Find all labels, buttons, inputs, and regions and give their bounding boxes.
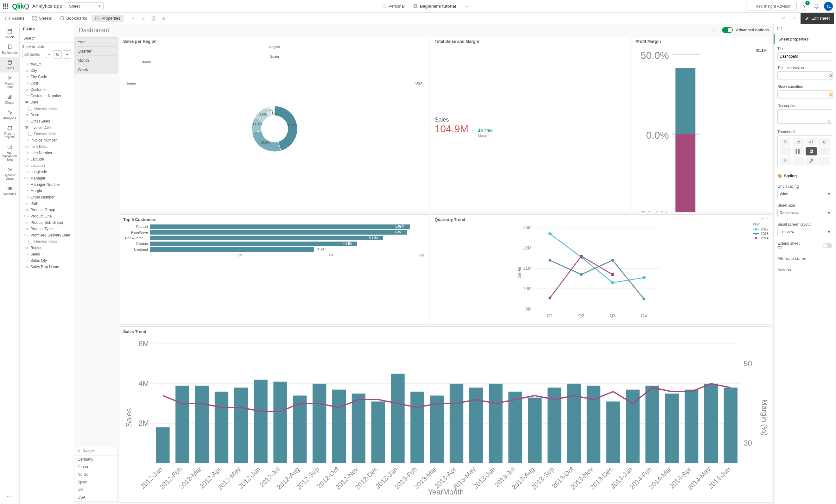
field-item[interactable]: #Sales (20, 251, 74, 257)
dim-pill[interactable]: Quarter (74, 46, 118, 56)
styling-row[interactable]: 🎨 Styling 〉 (774, 170, 836, 182)
edit-sheet-button[interactable]: Edit sheet (800, 13, 834, 24)
field-item[interactable]: AbcProduct Line (20, 213, 74, 219)
tutorial-button[interactable]: Beginner's tutorial (411, 4, 458, 9)
field-derived[interactable]: Derived fields (20, 105, 74, 112)
rail-charts[interactable]: Charts (0, 92, 19, 107)
delete-icon[interactable]: 🗑 (159, 14, 168, 23)
field-item[interactable]: AbcDesc (20, 112, 74, 118)
field-item[interactable]: AbcItem Desc (20, 143, 74, 150)
region-item[interactable]: Japan (74, 463, 117, 471)
prop-title-input[interactable] (777, 52, 832, 60)
fx-button-cond[interactable]: fx (829, 90, 833, 98)
prev-sheet-icon[interactable]: 〈 (699, 26, 707, 34)
sales-trend-card[interactable]: Sales Trend 2M4M6M30502012-Jan2012-Feb20… (120, 326, 772, 503)
rail-nav-links[interactable]: App navigation links (0, 141, 19, 164)
field-item[interactable]: #Cost (20, 80, 74, 86)
insight-search[interactable]: ✦ (746, 2, 797, 11)
field-item[interactable]: 📅Invoice Date (20, 124, 74, 131)
sheet-size-select[interactable]: Responsive▾ (777, 209, 832, 217)
field-item[interactable]: AbcCity (20, 67, 74, 74)
expand-icon[interactable]: ⤢ (761, 216, 764, 221)
rail-custom-objects[interactable]: Custom objects (0, 122, 19, 141)
props-object-icon[interactable] (774, 24, 836, 34)
field-item[interactable]: #Margin (20, 188, 74, 194)
more-menu-icon[interactable]: ⋯ (462, 3, 471, 10)
alternate-states-row[interactable]: Alternate states (774, 253, 836, 264)
dim-pill[interactable]: Year (74, 37, 118, 46)
field-item[interactable]: AbcProduct Group (20, 207, 74, 213)
advanced-toggle[interactable] (722, 27, 733, 33)
thumbnail-preview[interactable]: ⎘◔#1◐ ▌▌🖼〰 ⎘▞ (777, 136, 832, 167)
field-item[interactable]: #Order Number (20, 194, 74, 200)
help-button[interactable]: ? 3 (800, 2, 809, 11)
field-item[interactable]: 📅Date (20, 99, 74, 105)
props-tab-sheet[interactable]: Sheet properties (774, 34, 836, 44)
tables-select[interactable]: All tables▾ (22, 51, 52, 58)
rail-bookmarks[interactable]: Bookmarks (0, 41, 19, 57)
cut-icon[interactable]: ✂ (129, 14, 138, 23)
assets-tab[interactable]: Assets (2, 15, 27, 22)
field-item[interactable]: AbcRegion (20, 245, 74, 251)
field-derived[interactable]: Derived fields (20, 238, 74, 245)
next-sheet-icon[interactable]: 〉 (710, 26, 719, 34)
field-item[interactable]: #Invoice Number (20, 137, 74, 143)
field-item[interactable]: AbcProduct Sub Group (20, 219, 74, 226)
field-item[interactable]: AbcCustomer (20, 86, 74, 93)
rail-fields[interactable]: Fields (0, 57, 19, 73)
profit-margin-card[interactable]: Profit Margin 41.3% 50.0% 0.0% -50.0% (632, 36, 772, 212)
undo-icon[interactable]: ↶ (779, 14, 788, 23)
rail-master-items[interactable]: Master items (0, 73, 19, 92)
field-item[interactable]: AbcPromised Delivery Date (20, 232, 74, 238)
sheet-type-select[interactable]: Sheet (65, 2, 103, 10)
region-item[interactable]: USA (74, 493, 117, 501)
field-item[interactable]: #%KEY (20, 61, 74, 67)
personal-button[interactable]: Personal (379, 4, 407, 9)
bookmarks-tab[interactable]: Bookmarks (56, 15, 90, 22)
rail-dynamic-views[interactable]: Dynamic views (0, 164, 19, 183)
add-field-icon[interactable]: + (63, 50, 71, 59)
grid-spacing-select[interactable]: Wide▾ (777, 190, 832, 198)
paste-icon[interactable]: 📋 (149, 14, 158, 23)
field-item[interactable]: #Latitude (20, 156, 74, 162)
apps-launcher-icon[interactable] (3, 3, 9, 9)
collapse-rail-icon[interactable]: ⟵ (4, 491, 15, 501)
rail-analyses[interactable]: Analyses (0, 107, 19, 122)
rail-sheets[interactable]: Sheets (0, 26, 19, 41)
prop-desc-input[interactable] (777, 109, 832, 124)
top-customers-card[interactable]: Top 5 Customers Paracel5.69MPageWave5.63… (120, 214, 429, 325)
field-item[interactable]: #Customer Number (20, 93, 74, 99)
field-item[interactable]: AbcPath (20, 200, 74, 207)
extend-toggle[interactable] (823, 243, 832, 248)
field-item[interactable]: #Manager Number (20, 181, 74, 188)
field-item[interactable]: #Item Number (20, 150, 74, 156)
field-item[interactable]: AbcSales Rep Name (20, 264, 74, 270)
region-item[interactable]: Nordic (74, 471, 117, 478)
properties-tab[interactable]: Properties (92, 15, 124, 22)
region-item[interactable]: UK (74, 486, 117, 493)
total-sales-kpi-card[interactable]: Total Sales and Margin Sales 104.9M · 43… (431, 36, 630, 212)
field-item[interactable]: #City Code (20, 74, 74, 80)
copy-icon[interactable]: ⧉ (139, 14, 148, 23)
prop-show-cond-input[interactable] (777, 90, 829, 98)
region-item[interactable]: Germany (74, 455, 117, 463)
redo-icon[interactable]: ↷ (790, 14, 799, 23)
prop-title-expr-input[interactable] (777, 71, 829, 79)
refresh-fields-icon[interactable]: ↻ (54, 50, 62, 59)
region-item[interactable]: Spain (74, 478, 117, 486)
field-item[interactable]: #GrossSales (20, 118, 74, 124)
fields-search[interactable] (20, 34, 74, 43)
small-screen-select[interactable]: List view▾ (777, 228, 832, 236)
field-item[interactable]: AbcProduct Type (20, 226, 74, 232)
user-avatar[interactable]: TL (824, 2, 833, 11)
fx-desc-icon[interactable]: fx (828, 120, 830, 123)
dim-pill[interactable]: Week (74, 65, 118, 74)
field-item[interactable]: AbcManager (20, 175, 74, 181)
fx-button[interactable]: fx (829, 71, 833, 79)
sales-per-region-card[interactable]: Sales per Region Region 45.5%26.9%11.3%9… (120, 36, 429, 212)
bell-icon[interactable] (812, 2, 821, 11)
chart-menu-icon[interactable]: ⋯ (766, 216, 770, 221)
field-list[interactable]: #%KEYAbcCity#City Code#CostAbcCustomer#C… (20, 60, 74, 504)
actions-row[interactable]: Actions (774, 264, 836, 275)
field-item[interactable]: #Longitude (20, 169, 74, 175)
